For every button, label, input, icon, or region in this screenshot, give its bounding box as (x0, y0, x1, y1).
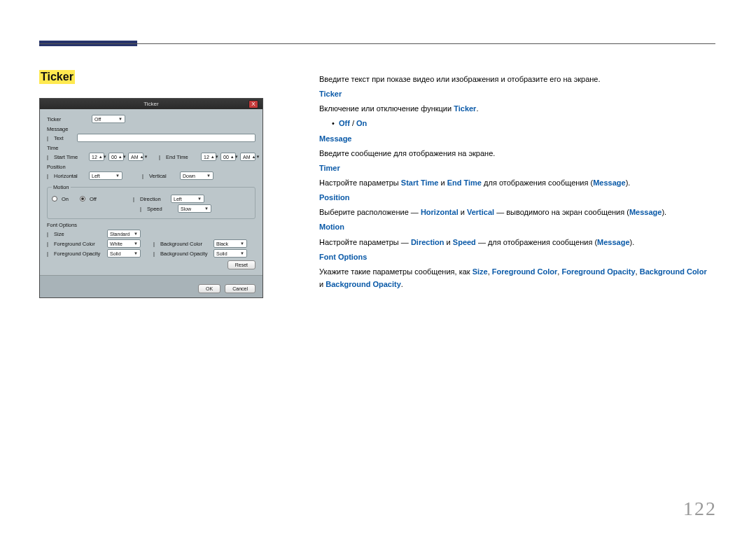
off-label: Off (90, 196, 104, 202)
font-desc: Укажите такие параметры сообщения, как S… (319, 265, 718, 290)
reset-button[interactable]: Reset (227, 260, 255, 269)
close-icon[interactable]: X (248, 100, 258, 108)
vertical-select[interactable]: Down▼ (180, 171, 214, 180)
speed-select[interactable]: Slow▼ (178, 204, 211, 213)
chevron-down-icon: ▼ (118, 117, 122, 121)
speed-label: Speed (147, 206, 174, 212)
fg-opacity-select[interactable]: Solid▼ (107, 249, 141, 258)
start-ampm[interactable]: AM▲▼ (128, 153, 144, 161)
timer-heading: Timer (319, 162, 718, 174)
text-label: Text (54, 135, 73, 141)
fg-color-label: Foreground Color (54, 241, 103, 247)
end-min[interactable]: 00▲▼ (220, 153, 236, 161)
direction-label: Direction (140, 196, 167, 202)
motion-group: Motion On Off | Direction Left▼ | Speed … (47, 184, 255, 219)
dialog-title-text: Ticker (144, 101, 158, 107)
fg-color-select[interactable]: White▼ (107, 239, 141, 248)
position-heading: Position (319, 191, 718, 204)
horizontal-label: Horizontal (54, 173, 85, 179)
message-text-input[interactable] (77, 134, 255, 142)
bg-color-label: Background Color (160, 241, 209, 247)
ticker-dialog: Ticker X Ticker Off▼ Message | Text Time… (39, 98, 263, 298)
motion-on-radio[interactable] (52, 196, 57, 202)
dialog-titlebar: Ticker X (40, 99, 262, 109)
ticker-bullet: • Off / On (319, 117, 718, 129)
motion-off-radio[interactable] (80, 196, 85, 202)
font-heading: Font Options (319, 251, 718, 263)
ticker-desc: Включение или отключение функции Ticker. (319, 102, 718, 115)
on-label: On (62, 196, 76, 202)
ok-button[interactable]: OK (198, 284, 220, 293)
timer-desc: Настройте параметры Start Time и End Tim… (319, 176, 718, 189)
font-options-label: Font Options (47, 222, 255, 228)
cancel-button[interactable]: Cancel (225, 284, 255, 293)
end-time-label: End Time (166, 154, 197, 160)
start-time-label: Start Time (54, 154, 85, 160)
message-label: Message (47, 126, 255, 132)
horizontal-select[interactable]: Left▼ (89, 171, 122, 180)
ticker-heading: Ticker (319, 87, 718, 100)
position-desc: Выберите расположение — Horizontal и Ver… (319, 206, 718, 218)
ticker-label: Ticker (47, 116, 89, 122)
bg-color-select[interactable]: Black▼ (214, 239, 247, 248)
end-ampm[interactable]: AM▲▼ (240, 153, 255, 161)
time-label: Time (47, 145, 255, 151)
motion-desc: Настройте параметры — Direction и Speed … (319, 236, 718, 248)
position-label: Position (47, 164, 255, 170)
page-number: 122 (683, 498, 717, 520)
start-min[interactable]: 00▲▼ (108, 153, 124, 161)
size-select[interactable]: Standard▼ (107, 230, 141, 238)
message-heading: Message (319, 132, 718, 145)
bg-opacity-select[interactable]: Solid▼ (214, 249, 247, 258)
fg-opacity-label: Foreground Opacity (54, 251, 103, 257)
bg-opacity-label: Background Opacity (160, 251, 209, 257)
page-title: Ticker (39, 70, 75, 84)
ticker-select[interactable]: Off▼ (92, 115, 125, 123)
end-hour[interactable]: 12▲▼ (201, 153, 216, 161)
ticker-dialog-screenshot: Ticker X Ticker Off▼ Message | Text Time… (39, 98, 263, 298)
motion-heading: Motion (319, 220, 718, 233)
header-divider (39, 43, 715, 44)
doc-body: Введите текст при показе видео или изобр… (319, 73, 718, 293)
motion-legend: Motion (52, 184, 71, 190)
size-label: Size (54, 231, 103, 237)
intro-text: Введите текст при показе видео или изобр… (319, 73, 718, 85)
start-hour[interactable]: 12▲▼ (89, 153, 104, 161)
vertical-label: Vertical (149, 173, 176, 179)
direction-select[interactable]: Left▼ (171, 195, 204, 203)
message-desc: Введите сообщение для отображения на экр… (319, 147, 718, 160)
